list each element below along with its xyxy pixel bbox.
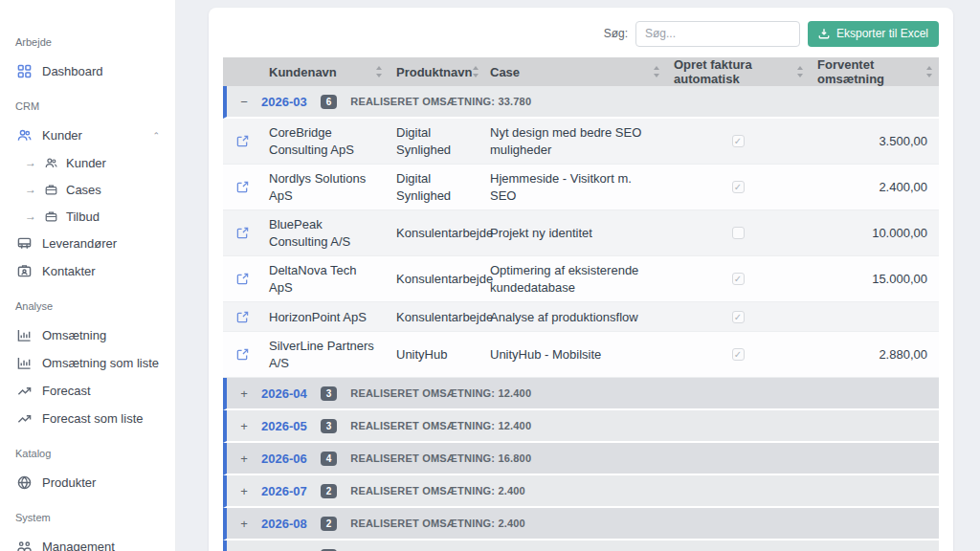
collapse-icon[interactable]: −	[227, 95, 261, 109]
group-month-link[interactable]: 2026-04	[261, 386, 307, 401]
sidebar-item-label: Omsætning	[42, 328, 106, 342]
search-label: Søg:	[604, 27, 628, 40]
sidebar-subitem-kunder[interactable]: → Kunder	[13, 149, 175, 176]
section-label-arbejde: Arbejde	[15, 36, 175, 48]
sort-icon[interactable]	[925, 66, 933, 77]
expand-icon[interactable]: +	[227, 517, 261, 531]
cell-produktnavn: Digital Synlighed	[389, 119, 482, 164]
section-label-analyse: Analyse	[15, 300, 175, 312]
group-row-2026-09[interactable]: + 2026-09 3 REALISERET OMSÆTNING: 5.280	[223, 540, 939, 551]
group-row-2026-03[interactable]: − 2026-03 6 REALISERET OMSÆTNING: 33.780	[223, 86, 939, 119]
sidebar-subitem-tilbud[interactable]: → Tilbud	[13, 203, 175, 230]
sidebar-subitem-label: Cases	[66, 183, 101, 197]
external-link-icon[interactable]	[236, 227, 249, 239]
sidebar-item-forecast-liste[interactable]: Forecast som liste	[13, 405, 175, 432]
header-forventet-omsaetning[interactable]: Forventet omsætning	[810, 57, 939, 86]
group-row-2026-08[interactable]: + 2026-08 2 REALISERET OMSÆTNING: 2.400	[223, 508, 939, 540]
header-case[interactable]: Case	[482, 57, 666, 86]
group-month-link[interactable]: 2026-06	[261, 452, 307, 466]
main-panel: Søg: Eksporter til Excel Kundenavn Produ…	[209, 8, 953, 551]
sidebar-item-label: Dashboard	[42, 64, 103, 78]
external-link-icon[interactable]	[236, 311, 249, 323]
sidebar-subitem-cases[interactable]: → Cases	[13, 176, 175, 203]
search-input[interactable]	[635, 21, 800, 47]
cell-amount: 3.500,00	[810, 127, 939, 156]
faktura-checkbox[interactable]: ✓	[732, 181, 745, 193]
group-month-link[interactable]: 2026-08	[261, 517, 307, 531]
faktura-checkbox[interactable]: ✓	[732, 273, 745, 285]
trend-up-icon	[17, 411, 32, 426]
briefcase-icon	[45, 210, 57, 223]
external-link-icon[interactable]	[236, 135, 249, 147]
sidebar-item-forecast[interactable]: Forecast	[13, 377, 175, 405]
trend-up-icon	[17, 384, 32, 398]
cell-case: Analyse af produktionsflow	[482, 303, 666, 332]
external-link-icon[interactable]	[236, 273, 249, 285]
group-count-badge: 3	[321, 386, 338, 401]
table-row[interactable]: BluePeak Consulting A/S Konsulentarbejde…	[223, 210, 939, 256]
expand-icon[interactable]: +	[227, 419, 261, 433]
table-row[interactable]: SilverLine Partners A/S UnityHub UnityHu…	[223, 332, 939, 378]
arrow-right-icon: →	[25, 156, 36, 169]
sidebar-item-dashboard[interactable]: Dashboard	[13, 57, 175, 85]
cell-kundenavn: BluePeak Consulting A/S	[261, 210, 389, 255]
group-month-link[interactable]: 2026-05	[261, 419, 307, 433]
cell-amount: 2.880,00	[810, 341, 939, 369]
table-row[interactable]: Nordlys Solutions ApS Digital Synlighed …	[223, 165, 939, 210]
group-count-badge: 6	[321, 95, 338, 109]
sidebar-item-label: Forecast som liste	[42, 411, 143, 426]
external-link-icon[interactable]	[236, 181, 249, 193]
sidebar-item-label: Omsætning som liste	[42, 356, 159, 370]
cell-kundenavn: DeltaNova Tech ApS	[261, 256, 389, 301]
expand-icon[interactable]: +	[227, 484, 261, 498]
header-kundenavn[interactable]: Kundenavn	[261, 57, 389, 86]
faktura-checkbox[interactable]: ✓	[732, 348, 745, 361]
group-row-2026-07[interactable]: + 2026-07 2 REALISERET OMSÆTNING: 2.400	[223, 475, 939, 508]
team-icon	[17, 540, 32, 551]
sidebar-item-produkter[interactable]: Produkter	[13, 469, 175, 496]
cell-amount: 10.000,00	[810, 219, 939, 248]
table-row[interactable]: DeltaNova Tech ApS Konsulentarbejde Opti…	[223, 256, 939, 302]
section-label-katalog: Katalog	[15, 448, 175, 459]
faktura-checkbox[interactable]: ✓	[732, 311, 745, 323]
sidebar-item-kunder[interactable]: Kunder ⌃	[13, 121, 175, 149]
cell-amount	[810, 311, 939, 322]
faktura-checkbox[interactable]	[732, 227, 745, 239]
sort-icon[interactable]	[375, 66, 383, 77]
sidebar-item-management[interactable]: Management	[13, 533, 175, 551]
sidebar-item-kontakter[interactable]: Kontakter	[13, 257, 175, 285]
table-row[interactable]: CoreBridge Consulting ApS Digital Synlig…	[223, 119, 939, 165]
header-produktnavn[interactable]: Produktnavn	[389, 57, 482, 86]
group-row-2026-05[interactable]: + 2026-05 3 REALISERET OMSÆTNING: 12.400	[223, 410, 939, 443]
cell-kundenavn: HorizonPoint ApS	[261, 303, 389, 332]
group-month-link[interactable]: 2026-03	[261, 95, 307, 109]
group-summary: REALISERET OMSÆTNING: 2.400	[350, 518, 525, 529]
sidebar-item-omsaetning-liste[interactable]: Omsætning som liste	[13, 349, 175, 377]
contact-card-icon	[17, 264, 32, 278]
cell-case: Nyt design med bedre SEO muligheder	[482, 119, 666, 164]
faktura-checkbox[interactable]: ✓	[732, 135, 745, 147]
globe-icon	[17, 475, 32, 490]
sort-icon[interactable]	[653, 66, 660, 77]
cell-produktnavn: UnityHub	[389, 341, 482, 369]
sort-icon[interactable]	[472, 66, 479, 77]
group-row-2026-04[interactable]: + 2026-04 3 REALISERET OMSÆTNING: 12.400	[223, 378, 939, 410]
export-excel-button[interactable]: Eksporter til Excel	[808, 21, 939, 47]
chevron-up-icon[interactable]: ⌃	[152, 131, 160, 141]
sort-icon[interactable]	[796, 66, 804, 77]
external-link-icon[interactable]	[236, 348, 249, 361]
cell-produktnavn: Digital Synlighed	[389, 165, 482, 209]
header-opret-faktura[interactable]: Opret faktura automatisk	[666, 57, 810, 86]
sidebar-item-omsaetning[interactable]: Omsætning	[13, 321, 175, 349]
expand-icon[interactable]: +	[227, 386, 261, 401]
group-month-link[interactable]: 2026-07	[261, 484, 307, 498]
bar-chart-icon	[17, 356, 32, 370]
table-header-row: Kundenavn Produktnavn Case Opret faktura…	[223, 57, 939, 86]
cell-kundenavn: Nordlys Solutions ApS	[261, 165, 389, 209]
table-toolbar: Søg: Eksporter til Excel	[223, 19, 939, 48]
expand-icon[interactable]: +	[227, 452, 261, 466]
cell-case: Projekt ny identitet	[482, 219, 666, 248]
table-row[interactable]: HorizonPoint ApS Konsulentarbejde Analys…	[223, 302, 939, 332]
sidebar-item-leverandorer[interactable]: Leverandører	[13, 230, 175, 257]
group-row-2026-06[interactable]: + 2026-06 4 REALISERET OMSÆTNING: 16.800	[223, 443, 939, 475]
